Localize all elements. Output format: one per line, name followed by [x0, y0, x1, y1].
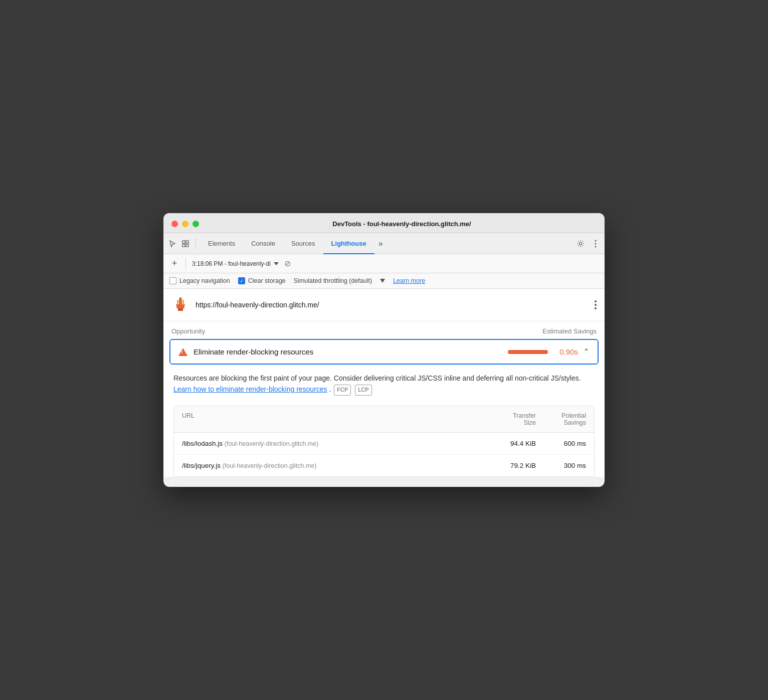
svg-rect-12: [178, 308, 183, 311]
clear-storage-checkbox-box[interactable]: ✓: [238, 277, 245, 284]
fcp-badge: FCP: [334, 385, 351, 396]
opportunity-title: Eliminate render-blocking resources: [194, 347, 502, 356]
svg-point-7: [595, 246, 597, 247]
throttling-dropdown[interactable]: [380, 279, 385, 283]
url-cell-1: /libs/lodash.js (foul-heavenly-direction…: [182, 440, 486, 447]
section-headers: Opportunity Estimated Savings: [163, 321, 605, 339]
opportunity-header-row: Eliminate render-blocking resources 0.90…: [170, 340, 598, 364]
inspect-icon[interactable]: [180, 239, 190, 249]
opportunity-header: Opportunity: [171, 327, 205, 335]
more-options-icon[interactable]: [595, 300, 597, 309]
title-bar: DevTools - foul-heavenly-direction.glitc…: [163, 213, 605, 233]
warning-icon: [178, 348, 187, 356]
clear-storage-checkbox[interactable]: ✓ Clear storage: [238, 277, 286, 284]
table-row: /libs/lodash.js (foul-heavenly-direction…: [174, 433, 594, 455]
timestamp-label: 3:18:06 PM - foul-heavenly-di: [192, 260, 271, 267]
tab-lighthouse[interactable]: Lighthouse: [323, 233, 374, 254]
url-domain-2-text: (foul-heavenly-direction.glitch.me): [223, 462, 317, 469]
description-text: Resources are blocking the first paint o…: [173, 374, 581, 382]
svg-rect-14: [182, 300, 184, 304]
url-path-1: /libs/lodash.js: [182, 440, 223, 447]
savings-value: 0.90s: [553, 347, 578, 356]
description-area: Resources are blocking the first paint o…: [163, 365, 605, 406]
lighthouse-url-text: https://foul-heavenly-direction.glitch.m…: [196, 301, 589, 309]
window-controls: [171, 221, 199, 227]
svg-rect-10: [179, 298, 182, 304]
no-entry-icon[interactable]: ⊘: [283, 259, 293, 269]
potential-savings-column-header: PotentialSavings: [536, 412, 586, 426]
svg-rect-3: [186, 244, 188, 247]
opportunity-row[interactable]: Eliminate render-blocking resources 0.90…: [169, 339, 599, 365]
legacy-navigation-label: Legacy navigation: [179, 277, 230, 284]
estimated-savings-header: Estimated Savings: [542, 327, 597, 335]
svg-point-5: [595, 240, 597, 241]
url-bar: 3:18:06 PM - foul-heavenly-di: [192, 260, 279, 267]
close-button[interactable]: [171, 221, 178, 227]
secondary-toolbar: + 3:18:06 PM - foul-heavenly-di ⊘: [163, 254, 605, 273]
table-header: URL TransferSize PotentialSavings: [174, 406, 594, 433]
url-domain-1-text: (foul-heavenly-direction.glitch.me): [225, 440, 319, 447]
lighthouse-url-header: https://foul-heavenly-direction.glitch.m…: [163, 289, 605, 321]
options-bar: Legacy navigation ✓ Clear storage Simula…: [163, 273, 605, 289]
savings-bar: [508, 350, 548, 354]
throttling-label: Simulated throttling (default): [294, 277, 372, 284]
more-menu-icon[interactable]: [591, 239, 601, 249]
svg-marker-8: [274, 262, 279, 265]
legacy-checkbox-box[interactable]: [169, 277, 176, 284]
svg-rect-13: [177, 300, 178, 304]
url-column-header: URL: [182, 412, 486, 426]
window-title: DevTools - foul-heavenly-direction.glitc…: [207, 220, 597, 228]
url-path-2: /libs/jquery.js: [182, 462, 221, 469]
svg-marker-11: [176, 304, 185, 308]
svg-rect-2: [182, 244, 185, 247]
devtools-tabs: Elements Console Sources Lighthouse »: [163, 233, 605, 254]
lighthouse-icon: [171, 296, 189, 314]
devtools-window: DevTools - foul-heavenly-direction.glitc…: [163, 213, 605, 487]
clear-storage-label: Clear storage: [248, 277, 286, 284]
svg-rect-0: [182, 241, 185, 243]
savings-bar-container: 0.90s ⌃: [508, 347, 590, 357]
learn-how-link[interactable]: Learn how to eliminate render-blocking r…: [173, 385, 327, 393]
svg-marker-9: [380, 279, 385, 283]
table-row: /libs/jquery.js (foul-heavenly-direction…: [174, 455, 594, 476]
toolbar-icons: [167, 239, 196, 249]
settings-icon[interactable]: [575, 239, 586, 249]
add-panel-icon[interactable]: +: [169, 259, 179, 269]
potential-savings-2: 300 ms: [536, 462, 586, 469]
svg-rect-15: [179, 297, 181, 299]
transfer-size-1: 94.4 KiB: [486, 440, 536, 447]
devtools-right-icons: [575, 239, 601, 249]
cursor-icon[interactable]: [167, 239, 177, 249]
tab-console[interactable]: Console: [243, 233, 283, 254]
svg-point-6: [595, 243, 597, 244]
url-cell-2: /libs/jquery.js (foul-heavenly-direction…: [182, 462, 486, 469]
transfer-size-column-header: TransferSize: [486, 412, 536, 426]
minimize-button[interactable]: [182, 221, 188, 227]
resources-table: URL TransferSize PotentialSavings /libs/…: [173, 406, 595, 477]
maximize-button[interactable]: [193, 221, 199, 227]
tab-sources[interactable]: Sources: [283, 233, 323, 254]
transfer-size-2: 79.2 KiB: [486, 462, 536, 469]
legacy-navigation-checkbox[interactable]: Legacy navigation: [169, 277, 230, 284]
more-tabs-icon[interactable]: »: [374, 239, 387, 248]
potential-savings-1: 600 ms: [536, 440, 586, 447]
url-dropdown[interactable]: [274, 261, 279, 266]
chevron-up-icon[interactable]: ⌃: [583, 347, 590, 357]
tab-elements[interactable]: Elements: [200, 233, 243, 254]
svg-rect-1: [186, 241, 188, 243]
lcp-badge: LCP: [355, 385, 371, 396]
divider: [185, 259, 186, 269]
learn-more-link[interactable]: Learn more: [393, 277, 425, 284]
main-content: https://foul-heavenly-direction.glitch.m…: [163, 289, 605, 477]
svg-point-4: [580, 242, 582, 245]
